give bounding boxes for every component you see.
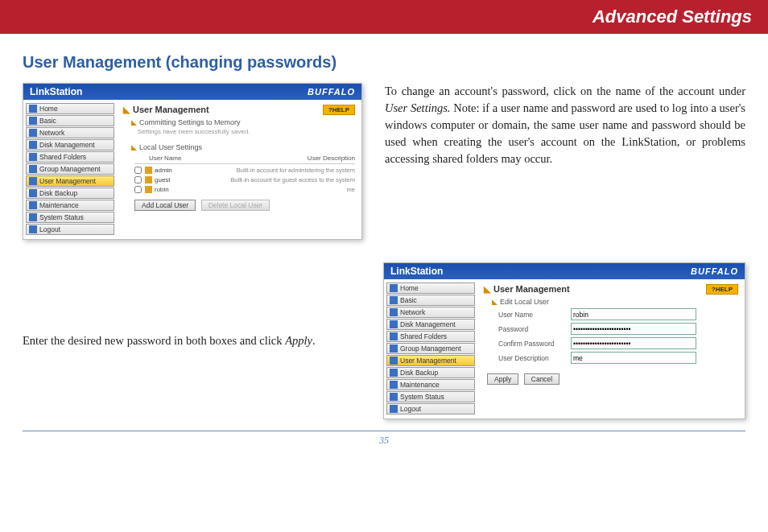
sidebar-item-label: Disk Management (400, 320, 456, 328)
user-icon (145, 186, 152, 193)
sidebar-item-user-management[interactable]: User Management (386, 355, 475, 366)
add-local-user-button[interactable]: Add Local User (134, 200, 196, 211)
sidebar-item-disk-backup[interactable]: Disk Backup (26, 188, 114, 199)
nav-icon (390, 357, 398, 365)
sidebar-item-label: Home (39, 105, 58, 113)
col-description: User Description (308, 155, 355, 162)
col-username: User Name (149, 155, 181, 162)
sidebar-item-home[interactable]: Home (386, 282, 475, 294)
commit-message: Settings have been successfully saved. (138, 128, 355, 135)
apply-button[interactable]: Apply (487, 373, 518, 385)
header-bar: Advanced Settings (0, 0, 768, 34)
sidebar-item-logout[interactable]: Logout (386, 403, 475, 414)
nav-icon (390, 405, 398, 413)
sidebar-item-disk-backup[interactable]: Disk Backup (386, 367, 475, 378)
user-row[interactable]: adminBuilt-in account for administering … (134, 167, 355, 174)
user-name: admin (155, 167, 172, 174)
arrow-icon: ◣ (131, 143, 137, 151)
user-row[interactable]: robinme (134, 186, 355, 193)
arrow-icon: ◣ (484, 284, 490, 294)
arrow-icon: ◣ (131, 118, 137, 126)
sidebar-item-group-management[interactable]: Group Management (386, 343, 475, 354)
sidebar-item-network[interactable]: Network (386, 307, 475, 318)
sidebar-item-user-management[interactable]: User Management (26, 175, 114, 187)
nav-icon (390, 308, 398, 316)
screenshot-user-list: LinkStation BUFFALO HomeBasicNetworkDisk… (23, 83, 362, 240)
help-button[interactable]: ?HELP (323, 105, 355, 115)
sidebar-item-label: Disk Management (39, 141, 95, 149)
user-description: Built-in account for administering the s… (237, 167, 355, 174)
sidebar-item-label: Disk Backup (39, 189, 77, 197)
confirm-password-label: Confirm Password (498, 340, 571, 348)
password-label: Password (498, 325, 571, 333)
sidebar-item-disk-management[interactable]: Disk Management (26, 139, 114, 151)
user-checkbox[interactable] (134, 186, 142, 193)
user-description: me (347, 186, 355, 193)
nav-icon (390, 393, 398, 401)
main-panel: ◣User Management ?HELP ◣Committing Setti… (117, 100, 361, 239)
subsection-commit: Committing Settings to Memory (139, 118, 241, 126)
cancel-button[interactable]: Cancel (524, 373, 559, 385)
panel-title: User Management (133, 105, 209, 114)
sidebar-item-network[interactable]: Network (26, 127, 114, 138)
sidebar-item-system-status[interactable]: System Status (26, 212, 114, 223)
app-titlebar: LinkStation BUFFALO (23, 84, 361, 100)
sidebar-item-label: System Status (400, 393, 444, 401)
screenshot-edit-user: LinkStation BUFFALO HomeBasicNetworkDisk… (383, 262, 745, 419)
section-title: User Management (changing passwords) (23, 53, 745, 72)
page-number: 35 (379, 435, 389, 446)
app-logo: BUFFALO (691, 266, 738, 276)
sidebar-item-basic[interactable]: Basic (386, 295, 475, 306)
sidebar-item-maintenance[interactable]: Maintenance (386, 379, 475, 390)
sidebar-item-label: User Management (400, 357, 456, 365)
nav-icon (29, 117, 37, 125)
confirm-password-input[interactable] (571, 337, 696, 349)
sidebar-item-shared-folders[interactable]: Shared Folders (386, 331, 475, 342)
header-title: Advanced Settings (593, 6, 752, 27)
sidebar-item-system-status[interactable]: System Status (386, 391, 475, 402)
sidebar-item-home[interactable]: Home (26, 103, 114, 114)
user-description: Built-in account for guest access to the… (230, 176, 355, 184)
sidebar-item-maintenance[interactable]: Maintenance (26, 200, 114, 211)
sidebar-item-logout[interactable]: Logout (26, 224, 114, 235)
sidebar-item-disk-management[interactable]: Disk Management (386, 319, 475, 330)
sidebar-item-label: System Status (39, 213, 84, 221)
user-checkbox[interactable] (134, 176, 142, 184)
help-button[interactable]: ?HELP (706, 284, 738, 295)
sidebar-item-basic[interactable]: Basic (26, 115, 114, 126)
sidebar-item-label: Shared Folders (39, 153, 86, 161)
password-input[interactable] (571, 323, 696, 335)
sidebar-item-label: Logout (39, 225, 60, 233)
nav-icon (390, 381, 398, 389)
sidebar-item-label: Shared Folders (400, 332, 447, 340)
username-input[interactable] (571, 308, 696, 320)
sidebar-item-label: Group Management (400, 344, 461, 353)
nav-icon (29, 189, 37, 197)
page-content: User Management (changing passwords) Lin… (0, 34, 768, 458)
sidebar-item-label: Maintenance (400, 381, 440, 389)
nav-icon (29, 225, 37, 233)
user-checkbox[interactable] (134, 167, 142, 174)
sidebar-item-label: Group Management (39, 165, 101, 173)
sidebar-item-group-management[interactable]: Group Management (26, 163, 114, 175)
user-icon (145, 167, 152, 174)
nav-icon (29, 177, 37, 185)
user-name: robin (155, 186, 169, 193)
subsection-edituser: Edit Local User (500, 298, 549, 306)
sidebar-item-label: Logout (400, 405, 421, 413)
sidebar-item-shared-folders[interactable]: Shared Folders (26, 151, 114, 163)
user-row[interactable]: guestBuilt-in account for guest access t… (134, 176, 355, 184)
nav-icon (390, 369, 398, 377)
app-brand: LinkStation (30, 86, 82, 97)
paragraph-1: To change an account's password, click o… (385, 83, 745, 167)
sidebar-item-label: Basic (39, 117, 56, 125)
sidebar-item-label: Disk Backup (400, 369, 438, 377)
nav-icon (29, 129, 37, 137)
description-input[interactable] (571, 352, 696, 364)
nav-icon (29, 153, 37, 161)
nav-icon (29, 201, 37, 209)
sidebar-item-label: Basic (400, 296, 417, 304)
panel-title: User Management (493, 284, 570, 294)
nav-icon (29, 213, 37, 221)
page-footer: 35 (23, 431, 745, 450)
